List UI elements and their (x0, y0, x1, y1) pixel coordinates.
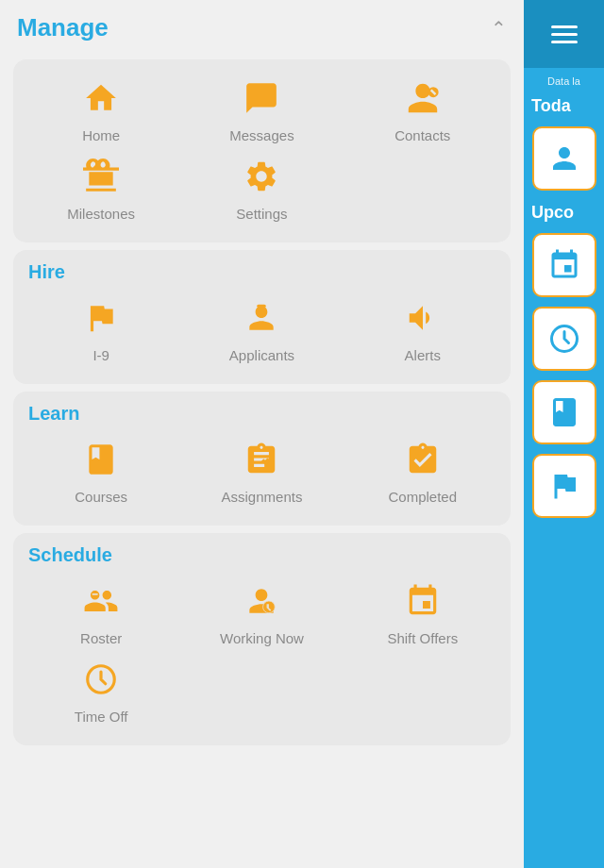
upcoming-label: Upco (524, 199, 604, 228)
shift-offers-label: Shift Offers (387, 630, 458, 646)
applicants-icon (243, 300, 279, 342)
i9-icon (83, 300, 119, 342)
header: Manage ⌃ (0, 0, 524, 52)
messages-button[interactable]: Messages (181, 71, 342, 149)
messages-label: Messages (229, 127, 294, 143)
right-flag-button[interactable] (532, 454, 596, 518)
assignments-icon (243, 442, 279, 483)
contacts-icon (405, 80, 441, 122)
home-label: Home (82, 127, 120, 143)
messages-icon (243, 80, 279, 122)
applicants-button[interactable]: Applicants (181, 291, 342, 369)
working-now-label: Working Now (220, 630, 304, 646)
courses-label: Courses (75, 489, 127, 505)
left-panel: Manage ⌃ Home Messages (0, 0, 524, 868)
right-panel: Data la Toda Upco (524, 0, 604, 868)
milestones-icon (83, 159, 119, 200)
time-off-icon (83, 661, 119, 703)
svg-rect-2 (92, 593, 98, 595)
learn-grid: Courses Assignments Completed (21, 432, 503, 510)
settings-label: Settings (236, 206, 287, 222)
applicants-label: Applicants (229, 347, 294, 363)
svg-rect-1 (258, 305, 267, 308)
alerts-icon (405, 300, 441, 342)
assignments-label: Assignments (222, 489, 303, 505)
manage-section: Home Messages Contacts (13, 59, 511, 242)
completed-button[interactable]: Completed (343, 432, 503, 510)
right-clock-button[interactable] (532, 307, 596, 371)
schedule-label: Schedule (21, 544, 503, 574)
shift-offers-icon (405, 583, 441, 625)
i9-button[interactable]: I-9 (21, 291, 181, 369)
svg-point-3 (263, 601, 276, 613)
milestones-label: Milestones (67, 206, 135, 222)
hamburger-icon (551, 25, 578, 43)
time-off-button[interactable]: Time Off (21, 652, 181, 730)
today-label: Toda (524, 92, 604, 122)
roster-icon (83, 583, 119, 625)
contacts-label: Contacts (394, 127, 450, 143)
courses-icon (83, 442, 119, 483)
settings-icon (243, 159, 279, 200)
settings-button[interactable]: Settings (181, 149, 342, 227)
i9-label: I-9 (92, 347, 109, 363)
contacts-button[interactable]: Contacts (343, 71, 503, 149)
working-now-icon (243, 583, 279, 625)
courses-button[interactable]: Courses (21, 432, 181, 510)
home-button[interactable]: Home (21, 71, 181, 149)
schedule-grid: Roster Working Now Shift (21, 574, 503, 730)
page-title: Manage (17, 13, 109, 42)
house-icon (83, 80, 119, 122)
working-now-button[interactable]: Working Now (181, 574, 342, 652)
data-label: Data la (542, 68, 586, 91)
schedule-section: Schedule Roster (13, 533, 511, 745)
learn-label: Learn (21, 403, 503, 432)
milestones-button[interactable]: Milestones (21, 149, 181, 227)
right-book-button[interactable] (532, 380, 596, 444)
alerts-button[interactable]: Alerts (343, 291, 503, 369)
shift-offers-button[interactable]: Shift Offers (343, 574, 503, 652)
hire-label: Hire (21, 261, 503, 291)
right-person-button[interactable] (532, 126, 596, 191)
hire-section: Hire I-9 Applicants (13, 250, 511, 384)
right-calendar-button[interactable] (532, 233, 596, 297)
hamburger-button[interactable] (524, 0, 604, 68)
completed-icon (405, 442, 441, 483)
hire-grid: I-9 Applicants Alerts (21, 291, 503, 369)
completed-label: Completed (389, 489, 458, 505)
chevron-up-icon[interactable]: ⌃ (491, 17, 507, 40)
time-off-label: Time Off (75, 709, 128, 725)
alerts-label: Alerts (405, 347, 441, 363)
roster-button[interactable]: Roster (21, 574, 181, 652)
manage-grid: Home Messages Contacts (21, 71, 503, 227)
roster-label: Roster (80, 630, 122, 646)
learn-section: Learn Courses Assignments (13, 392, 511, 526)
assignments-button[interactable]: Assignments (181, 432, 342, 510)
